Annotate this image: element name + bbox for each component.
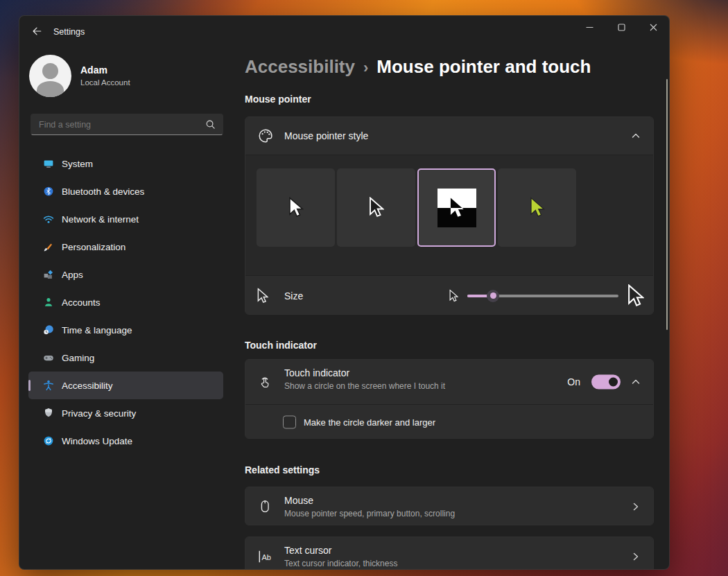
bluetooth-icon bbox=[42, 185, 55, 198]
pointer-size-slider[interactable] bbox=[467, 290, 618, 302]
sidebar-item-network[interactable]: Network & internet bbox=[28, 205, 223, 233]
mouse-pointer-style-row[interactable]: Mouse pointer style bbox=[245, 117, 653, 155]
touch-icon bbox=[257, 374, 272, 390]
desktop-wallpaper: Settings bbox=[0, 0, 728, 576]
window-controls bbox=[573, 16, 669, 38]
section-label-related: Related settings bbox=[245, 464, 320, 475]
back-arrow-icon bbox=[31, 26, 42, 37]
breadcrumb: Accessibility›Mouse pointer and touch bbox=[245, 56, 591, 78]
gaming-icon bbox=[42, 351, 55, 364]
sidebar-item-accounts[interactable]: Accounts bbox=[28, 288, 223, 316]
palette-icon bbox=[257, 128, 274, 144]
user-name: Adam bbox=[80, 64, 107, 76]
chevron-up-icon[interactable] bbox=[631, 131, 641, 141]
sidebar-item-system[interactable]: System bbox=[28, 150, 223, 177]
mouse-pointer-style-label: Mouse pointer style bbox=[284, 130, 368, 141]
shield-icon bbox=[42, 407, 55, 419]
personalization-icon bbox=[42, 241, 55, 253]
chevron-up-icon[interactable] bbox=[631, 377, 641, 387]
pointer-style-tiles bbox=[245, 155, 653, 275]
time-language-icon bbox=[42, 324, 55, 336]
search-icon[interactable] bbox=[205, 119, 216, 130]
pointer-style-black-tile[interactable] bbox=[337, 168, 415, 247]
related-mouse-card[interactable]: Mouse Mouse pointer speed, primary butto… bbox=[245, 487, 654, 525]
minimize-button[interactable] bbox=[573, 16, 605, 38]
close-button[interactable] bbox=[637, 16, 669, 38]
sidebar-item-bluetooth[interactable]: Bluetooth & devices bbox=[28, 177, 223, 205]
network-icon bbox=[42, 213, 55, 225]
system-icon bbox=[42, 157, 55, 170]
touch-indicator-toggle[interactable] bbox=[591, 375, 621, 390]
pointer-style-white-tile[interactable] bbox=[257, 168, 335, 247]
mouse-pointer-style-card: Mouse pointer style bbox=[245, 116, 654, 315]
black-cursor-icon bbox=[369, 197, 384, 218]
small-cursor-icon bbox=[449, 289, 458, 302]
windows-update-icon bbox=[42, 435, 55, 447]
green-cursor-icon bbox=[530, 197, 545, 218]
text-cursor-icon: Ab bbox=[257, 549, 274, 564]
touch-indicator-row[interactable]: Touch indicator Show a circle on the scr… bbox=[245, 360, 653, 404]
maximize-icon bbox=[618, 24, 625, 31]
size-label: Size bbox=[284, 290, 303, 302]
touch-indicator-card: Touch indicator Show a circle on the scr… bbox=[245, 359, 654, 439]
large-cursor-icon bbox=[627, 284, 644, 308]
breadcrumb-parent[interactable]: Accessibility bbox=[245, 56, 355, 77]
svg-text:Ab: Ab bbox=[262, 553, 271, 561]
titlebar: Settings bbox=[19, 16, 669, 46]
white-cursor-icon bbox=[288, 197, 304, 218]
sidebar-item-gaming[interactable]: Gaming bbox=[28, 344, 223, 372]
sidebar-item-windows-update[interactable]: Windows Update bbox=[28, 427, 223, 455]
avatar[interactable] bbox=[29, 55, 71, 97]
apps-icon bbox=[42, 268, 55, 281]
touch-indicator-subtitle: Show a circle on the screen where I touc… bbox=[284, 381, 445, 391]
cursor-icon bbox=[257, 288, 268, 304]
search-box[interactable] bbox=[31, 114, 223, 135]
sidebar-nav: System Bluetooth & devices Network & int… bbox=[28, 150, 223, 455]
related-text-cursor-title: Text cursor bbox=[284, 545, 331, 556]
circle-darker-label: Make the circle darker and larger bbox=[304, 417, 435, 428]
sidebar-item-personalization[interactable]: Personalization bbox=[28, 233, 223, 261]
sidebar-item-privacy[interactable]: Privacy & security bbox=[28, 399, 223, 427]
sidebar-item-apps[interactable]: Apps bbox=[28, 261, 223, 288]
settings-window: Settings bbox=[19, 15, 670, 570]
user-account-type: Local Account bbox=[80, 78, 130, 87]
breadcrumb-separator-icon: › bbox=[355, 59, 376, 76]
chevron-right-icon bbox=[631, 502, 641, 512]
scrollbar[interactable] bbox=[666, 79, 668, 330]
chevron-right-icon bbox=[631, 552, 641, 561]
section-label-mouse-pointer: Mouse pointer bbox=[245, 94, 311, 105]
sidebar-item-time-language[interactable]: Time & language bbox=[28, 316, 223, 344]
page-title: Mouse pointer and touch bbox=[376, 56, 591, 77]
section-label-touch: Touch indicator bbox=[245, 340, 317, 351]
search-input[interactable] bbox=[31, 120, 205, 130]
pointer-style-custom-tile[interactable] bbox=[498, 168, 576, 247]
slider-thumb[interactable] bbox=[487, 290, 499, 302]
app-title: Settings bbox=[53, 27, 85, 37]
back-button[interactable] bbox=[26, 21, 47, 41]
related-mouse-title: Mouse bbox=[284, 495, 313, 506]
pointer-style-inverted-tile[interactable] bbox=[417, 168, 496, 247]
mouse-icon bbox=[257, 499, 272, 514]
accounts-icon bbox=[42, 296, 55, 308]
inverted-cursor-icon bbox=[437, 189, 476, 227]
pointer-size-row: Size bbox=[245, 276, 653, 315]
related-text-cursor-card[interactable]: Ab Text cursor Text cursor indicator, th… bbox=[245, 536, 654, 570]
minimize-icon bbox=[586, 24, 593, 31]
circle-darker-row: Make the circle darker and larger bbox=[245, 405, 653, 439]
related-mouse-subtitle: Mouse pointer speed, primary button, scr… bbox=[284, 509, 455, 518]
related-text-cursor-subtitle: Text cursor indicator, thickness bbox=[284, 559, 397, 568]
toggle-state-label: On bbox=[567, 376, 580, 387]
maximize-button[interactable] bbox=[605, 16, 637, 38]
sidebar-item-accessibility[interactable]: Accessibility bbox=[28, 372, 223, 399]
accessibility-icon bbox=[42, 379, 55, 392]
touch-indicator-title: Touch indicator bbox=[284, 367, 349, 378]
close-icon bbox=[650, 24, 657, 31]
circle-darker-checkbox[interactable] bbox=[283, 416, 296, 429]
